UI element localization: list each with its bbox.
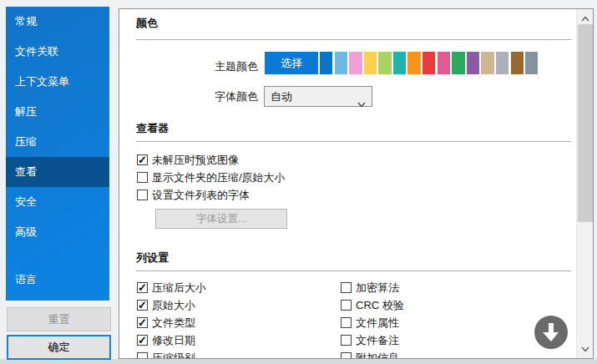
down-arrow-icon [542,322,560,342]
font-color-selected-value: 自动 [271,90,292,103]
section-divider [136,141,571,142]
font-color-label: 字体颜色 [215,86,258,107]
checkbox-original-size[interactable]: 原始大小 [137,299,195,311]
checkbox-label: 修改日期 [152,333,195,348]
sidebar-item-language[interactable]: 语言 [6,265,109,295]
section-divider [136,270,571,271]
checkbox-extra-info[interactable]: 附加信息 [341,351,399,359]
section-divider [136,39,571,40]
theme-swatch[interactable] [481,52,493,74]
sidebar-item-file-association[interactable]: 文件关联 [6,37,109,67]
checkbox-label: 压缩级别 [152,351,195,360]
checkbox-box[interactable] [341,282,352,293]
checkbox-file-comment[interactable]: 文件备注 [341,334,399,346]
checkbox-box[interactable] [137,154,148,165]
checkbox-box[interactable] [137,282,148,293]
theme-swatch[interactable] [407,52,420,74]
ok-button[interactable]: 确定 [7,335,111,360]
checkbox-box[interactable] [137,352,148,359]
columns-section-title: 列设置 [136,250,169,265]
theme-swatch[interactable] [467,52,479,74]
sidebar-item-context-menu[interactable]: 上下文菜单 [6,67,109,97]
checkbox-label: CRC 校验 [356,298,404,313]
sidebar-item-extract[interactable]: 解压 [6,97,109,127]
checkbox-label: 未解压时预览图像 [152,153,239,168]
theme-swatch[interactable] [393,52,406,74]
theme-swatch[interactable] [438,52,450,74]
checkbox-label: 文件类型 [152,316,195,331]
checkbox-box[interactable] [137,335,148,346]
checkbox-modified-date[interactable]: 修改日期 [137,334,195,346]
checkbox-file-attributes[interactable]: 文件属性 [341,316,399,329]
vertical-scrollbar[interactable] [576,9,593,358]
theme-swatch[interactable] [335,52,347,74]
checkbox-label: 显示文件夹的压缩/原始大小 [152,170,286,185]
theme-swatch[interactable] [320,52,332,74]
options-dialog: { "sidebar": { "items": [ {"label": "常规"… [0,0,597,364]
theme-swatch[interactable] [378,52,391,74]
checkbox-box[interactable] [341,335,352,346]
font-settings-button[interactable]: 字体设置... [155,209,287,229]
colors-section-title: 颜色 [136,16,158,31]
checkbox-box[interactable] [137,190,148,200]
theme-color-swatches [320,52,538,74]
settings-content-panel: 颜色 主题颜色 选择 字体颜色 自动 查看器 未解压时预览图像 显示文件夹的压缩… [119,8,594,359]
checkbox-label: 压缩后大小 [152,281,206,296]
checkbox-box[interactable] [137,172,148,183]
sidebar-item-advanced[interactable]: 高级 [6,217,109,247]
checkbox-box[interactable] [341,317,352,328]
theme-swatch[interactable] [349,52,362,74]
checkbox-label: 原始大小 [152,298,195,313]
checkbox-folder-sizes[interactable]: 显示文件夹的压缩/原始大小 [137,171,286,184]
checkbox-crc-check[interactable]: CRC 校验 [341,299,404,311]
scroll-down-icon[interactable] [577,342,594,356]
checkbox-file-type[interactable]: 文件类型 [137,316,195,329]
checkbox-box[interactable] [341,300,352,311]
choose-theme-color-button[interactable]: 选择 [265,52,318,74]
checkbox-box[interactable] [137,300,148,311]
settings-nav-sidebar: 常规 文件关联 上下文菜单 解压 压缩 查看 安全 高级 语言 [6,7,109,301]
sidebar-item-general[interactable]: 常规 [6,7,109,37]
font-color-select[interactable]: 自动 [264,86,372,107]
sidebar-item-compress[interactable]: 压缩 [6,127,109,157]
checkbox-label: 附加信息 [356,351,399,360]
checkbox-box[interactable] [341,352,352,359]
theme-swatch[interactable] [511,52,524,74]
checkbox-label: 加密算法 [356,281,399,296]
scroll-to-bottom-button[interactable] [534,316,568,349]
checkbox-label: 文件备注 [356,333,399,348]
sidebar-item-view[interactable]: 查看 [6,157,109,187]
checkbox-file-list-font[interactable]: 设置文件列表的字体 [137,189,250,201]
theme-swatch[interactable] [422,52,435,74]
checkbox-encryption-algorithm[interactable]: 加密算法 [341,281,399,294]
checkbox-preview-images[interactable]: 未解压时预览图像 [137,154,239,166]
checkbox-compression-level[interactable]: 压缩级别 [137,351,195,359]
checkbox-box[interactable] [137,317,148,328]
scrollbar-thumb[interactable] [578,24,594,222]
checkbox-compressed-size[interactable]: 压缩后大小 [137,281,206,294]
theme-swatch[interactable] [364,52,377,74]
checkbox-label: 文件属性 [356,316,399,331]
theme-color-label: 主题颜色 [215,55,258,78]
reset-button[interactable]: 重置 [7,307,111,331]
chevron-down-icon [357,94,366,114]
sidebar-item-security[interactable]: 安全 [6,187,109,217]
theme-swatch[interactable] [525,52,538,74]
theme-swatch[interactable] [452,52,464,74]
theme-swatch[interactable] [496,52,508,74]
scroll-up-icon[interactable] [577,12,594,25]
viewer-section-title: 查看器 [136,121,169,136]
checkbox-label: 设置文件列表的字体 [152,188,250,203]
